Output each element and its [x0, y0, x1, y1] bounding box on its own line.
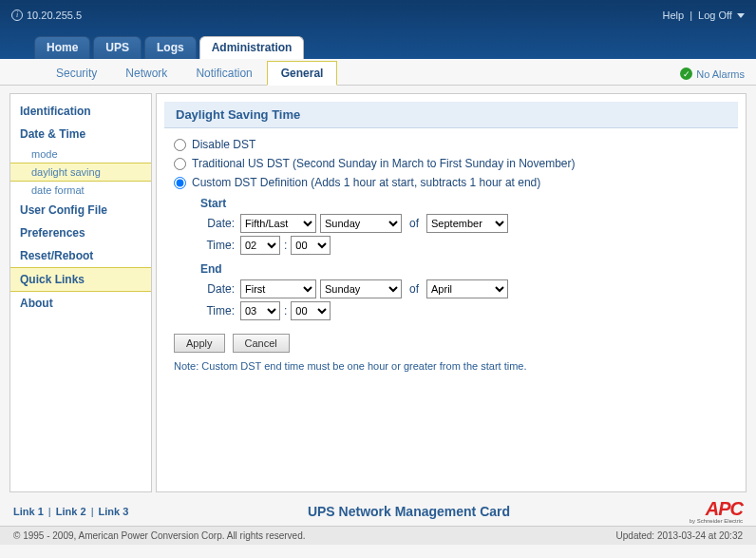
radio-traditional-dst[interactable]: [174, 158, 186, 170]
subtab-network[interactable]: Network: [111, 61, 181, 85]
sidebar-item-datetime[interactable]: Date & Time: [10, 123, 151, 145]
ip-display: i 10.20.255.5: [11, 10, 82, 21]
start-time-label: Time:: [200, 239, 235, 252]
footer-link-2[interactable]: Link 2: [56, 506, 86, 517]
radio-traditional-label: Traditional US DST (Second Sunday in Mar…: [192, 157, 576, 170]
sidebar-item-about[interactable]: About: [10, 292, 151, 315]
radio-disable-dst[interactable]: [174, 139, 186, 151]
apc-logo: APC by Schneider Electric: [690, 498, 743, 524]
tab-ups[interactable]: UPS: [93, 36, 142, 59]
product-name: UPS Network Management Card: [308, 504, 510, 519]
sidebar-item-preferences[interactable]: Preferences: [10, 221, 151, 244]
logoff-link[interactable]: Log Off: [698, 10, 732, 21]
subtab-notification[interactable]: Notification: [181, 61, 266, 85]
updated-text: Updated: 2013-03-24 at 20:32: [616, 530, 743, 541]
tab-logs[interactable]: Logs: [144, 36, 197, 59]
subtab-security[interactable]: Security: [42, 61, 111, 85]
top-bar: i 10.20.255.5 Help | Log Off Home UPS Lo…: [0, 0, 756, 59]
footer-link-1[interactable]: Link 1: [13, 506, 44, 517]
sidebar-item-user-config[interactable]: User Config File: [10, 199, 151, 221]
colon: :: [284, 304, 287, 317]
note-text: Note: Custom DST end time must be one ho…: [174, 360, 728, 372]
alarm-status: ✓ No Alarms: [680, 67, 745, 85]
alarm-text: No Alarms: [696, 68, 745, 80]
sidebar-item-quick-links[interactable]: Quick Links: [10, 267, 151, 292]
radio-disable-label: Disable DST: [192, 138, 255, 151]
start-month-select[interactable]: September: [426, 214, 508, 233]
end-month-select[interactable]: April: [426, 279, 508, 298]
dropdown-icon[interactable]: [737, 13, 745, 18]
copyright-text: © 1995 - 2009, American Power Conversion…: [13, 530, 306, 541]
sidebar-sub-daylight-saving[interactable]: daylight saving: [10, 163, 151, 182]
start-week-select[interactable]: Fifth/Last: [240, 214, 316, 233]
sidebar-sub-date-format[interactable]: date format: [10, 182, 151, 199]
footer-links-row: Link 1 | Link 2 | Link 3 UPS Network Man…: [0, 492, 756, 526]
separator: |: [690, 10, 692, 21]
end-hour-select[interactable]: 03: [240, 301, 280, 320]
start-label: Start: [200, 197, 728, 210]
tab-home[interactable]: Home: [34, 36, 90, 59]
logo-byline: by Schneider Electric: [690, 518, 743, 524]
end-week-select[interactable]: First: [240, 279, 316, 298]
start-day-select[interactable]: Sunday: [320, 214, 402, 233]
footer-link-3[interactable]: Link 3: [99, 506, 129, 517]
footer-bar: © 1995 - 2009, American Power Conversion…: [0, 526, 756, 545]
end-of-text: of: [409, 282, 419, 296]
end-minute-select[interactable]: 00: [291, 301, 331, 320]
help-link[interactable]: Help: [662, 10, 684, 21]
top-links: Help | Log Off: [662, 10, 745, 21]
sidebar-item-identification[interactable]: Identification: [10, 100, 151, 123]
ip-address: 10.20.255.5: [27, 10, 82, 21]
start-of-text: of: [409, 217, 419, 230]
subtab-general[interactable]: General: [267, 61, 338, 86]
end-time-label: Time:: [200, 304, 235, 317]
end-date-label: Date:: [200, 282, 235, 296]
sub-tab-bar: Security Network Notification General ✓ …: [0, 59, 756, 86]
page-title: Daylight Saving Time: [164, 102, 738, 128]
start-hour-select[interactable]: 02: [240, 236, 280, 255]
sidebar: Identification Date & Time mode daylight…: [9, 93, 152, 492]
logo-brand: APC: [706, 498, 743, 519]
cancel-button[interactable]: Cancel: [233, 334, 290, 353]
start-minute-select[interactable]: 00: [291, 236, 331, 255]
tab-administration[interactable]: Administration: [199, 36, 305, 59]
radio-custom-dst[interactable]: [174, 177, 186, 189]
check-icon: ✓: [680, 67, 692, 80]
info-icon: i: [11, 10, 23, 21]
radio-custom-label: Custom DST Definition (Adds 1 hour at st…: [192, 176, 540, 189]
end-label: End: [200, 262, 728, 276]
sidebar-item-reset-reboot[interactable]: Reset/Reboot: [10, 244, 151, 267]
sidebar-sub-mode[interactable]: mode: [10, 145, 151, 163]
colon: :: [284, 239, 287, 252]
apply-button[interactable]: Apply: [174, 334, 225, 353]
start-date-label: Date:: [200, 217, 235, 230]
primary-tabs: Home UPS Logs Administration: [34, 36, 304, 59]
main-panel: Daylight Saving Time Disable DST Traditi…: [156, 93, 747, 492]
end-day-select[interactable]: Sunday: [320, 279, 402, 298]
